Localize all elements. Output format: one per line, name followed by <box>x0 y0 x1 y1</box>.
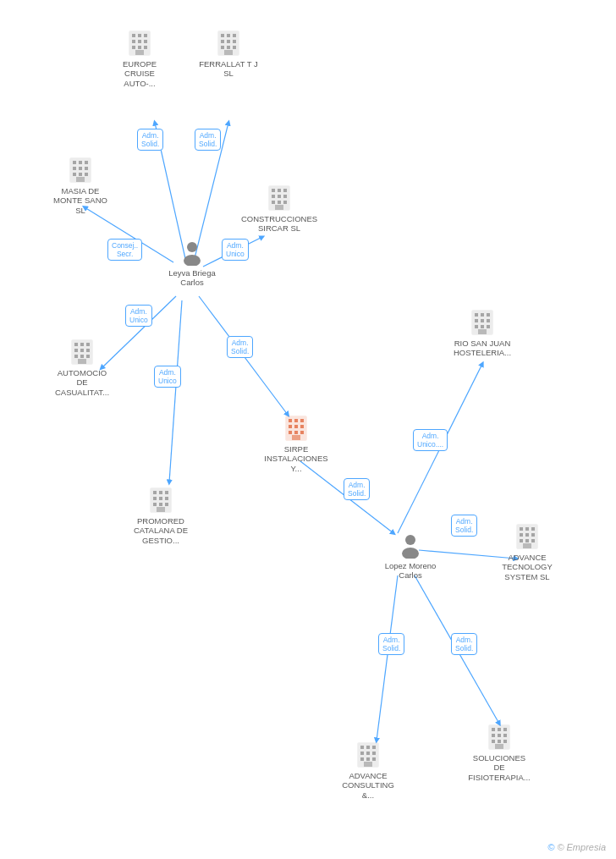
badge-adm-unico-4: Adm.Unico.... <box>413 429 448 451</box>
rio-san-juan-label: RIO SAN JUAN HOSTELERIA... <box>453 339 512 358</box>
svg-rect-55 <box>275 205 283 210</box>
advance-consulting-label: ADVANCE CONSULTING &... <box>338 771 398 800</box>
svg-rect-33 <box>224 50 233 55</box>
svg-rect-62 <box>74 349 78 352</box>
svg-rect-60 <box>80 343 84 346</box>
building-icon <box>67 157 94 184</box>
construcciones-label: CONSTRUCCIONES SIRCAR SL <box>241 214 317 234</box>
svg-rect-89 <box>165 503 168 506</box>
svg-rect-46 <box>272 189 275 192</box>
svg-rect-54 <box>283 201 287 204</box>
badge-adm-unico-2: Adm.Unico <box>125 305 152 327</box>
svg-rect-127 <box>492 728 495 731</box>
building-icon <box>69 339 96 366</box>
svg-rect-93 <box>481 313 484 317</box>
svg-rect-32 <box>233 46 236 49</box>
rio-san-juan-node: RIO SAN JUAN HOSTELERIA... <box>453 309 512 358</box>
svg-rect-26 <box>233 34 236 37</box>
advance-tecnology-label: ADVANCE TECNOLOGY SYSTEM SL <box>498 553 557 581</box>
svg-rect-84 <box>153 497 157 500</box>
svg-rect-13 <box>132 34 135 37</box>
svg-rect-25 <box>227 34 230 37</box>
svg-rect-132 <box>503 734 507 737</box>
svg-rect-108 <box>520 533 523 537</box>
svg-line-10 <box>377 575 398 741</box>
badge-adm-solid-6: Adm.Solid. <box>378 633 404 655</box>
europe-cruise-node: EUROPE CRUISE AUTO-... <box>110 30 169 88</box>
svg-rect-43 <box>85 173 88 176</box>
svg-rect-83 <box>165 491 168 494</box>
building-icon <box>486 724 513 751</box>
svg-rect-31 <box>227 46 230 49</box>
watermark-text: © Empresia <box>557 842 606 852</box>
svg-rect-71 <box>294 419 298 422</box>
copyright-symbol: © <box>547 842 554 852</box>
svg-rect-106 <box>525 527 529 531</box>
svg-rect-59 <box>74 343 78 346</box>
svg-rect-21 <box>144 46 147 49</box>
svg-rect-119 <box>360 752 364 755</box>
svg-rect-70 <box>289 419 292 422</box>
masia-node: MASIA DE MONTE SANO SL <box>51 157 110 215</box>
svg-rect-42 <box>79 173 82 176</box>
svg-rect-78 <box>300 431 304 434</box>
lopez-moreno-node: Lopez Moreno Carlos <box>381 531 440 581</box>
svg-rect-129 <box>503 728 507 731</box>
svg-rect-76 <box>289 431 292 434</box>
diagram: EUROPE CRUISE AUTO-... FERRALLAT T J SL … <box>0 0 616 859</box>
svg-rect-44 <box>76 177 85 182</box>
svg-rect-128 <box>498 728 501 731</box>
svg-rect-112 <box>525 539 529 542</box>
svg-rect-17 <box>138 40 141 43</box>
svg-rect-121 <box>372 752 376 755</box>
svg-rect-86 <box>165 497 168 500</box>
svg-rect-124 <box>372 757 376 761</box>
svg-rect-134 <box>498 740 501 743</box>
badge-adm-solid-2: Adm.Solid. <box>195 129 221 151</box>
svg-rect-39 <box>79 167 82 170</box>
svg-rect-114 <box>523 543 531 548</box>
svg-rect-50 <box>278 195 281 198</box>
svg-rect-53 <box>278 201 281 204</box>
svg-rect-98 <box>475 325 478 328</box>
svg-rect-90 <box>157 507 165 512</box>
masia-label: MASIA DE MONTE SANO SL <box>51 186 110 215</box>
svg-rect-16 <box>132 40 135 43</box>
svg-rect-37 <box>85 161 88 164</box>
svg-rect-97 <box>487 319 490 322</box>
leyva-briega-node: Leyva Briega Carlos <box>162 239 222 288</box>
svg-rect-28 <box>227 40 230 43</box>
svg-rect-41 <box>73 173 76 176</box>
svg-rect-47 <box>278 189 281 192</box>
promored-label: PROMORED CATALANA DE GESTIO... <box>131 516 190 545</box>
svg-rect-36 <box>79 161 82 164</box>
svg-rect-49 <box>272 195 275 198</box>
badge-consej-secr: Consej..Secr. <box>107 239 142 261</box>
badge-adm-solid-7: Adm.Solid. <box>451 633 477 655</box>
svg-rect-122 <box>360 757 364 761</box>
svg-rect-65 <box>74 355 78 358</box>
svg-rect-125 <box>364 762 372 767</box>
svg-rect-96 <box>481 319 484 322</box>
ferrallat-node: FERRALLAT T J SL <box>199 30 258 79</box>
watermark: © © Empresia <box>547 842 606 852</box>
svg-rect-74 <box>294 425 298 428</box>
svg-rect-30 <box>221 46 224 49</box>
svg-rect-107 <box>531 527 535 531</box>
svg-rect-131 <box>498 734 501 737</box>
svg-point-56 <box>187 242 197 252</box>
svg-rect-136 <box>495 744 503 749</box>
leyva-briega-label: Leyva Briega Carlos <box>162 268 222 288</box>
soluciones-label: SOLUCIONES DE FISIOTERAPIA... <box>468 753 530 782</box>
automocio-label: AUTOMOCIO DE CASUALITAT... <box>52 368 112 397</box>
building-icon <box>355 741 382 768</box>
building-icon <box>266 184 293 212</box>
svg-rect-40 <box>85 167 88 170</box>
svg-rect-94 <box>487 313 490 317</box>
svg-rect-101 <box>478 329 487 334</box>
svg-point-57 <box>184 255 201 266</box>
construcciones-node: CONSTRUCCIONES SIRCAR SL <box>241 184 317 234</box>
svg-rect-95 <box>475 319 478 322</box>
svg-rect-66 <box>80 355 84 358</box>
svg-rect-18 <box>144 40 147 43</box>
